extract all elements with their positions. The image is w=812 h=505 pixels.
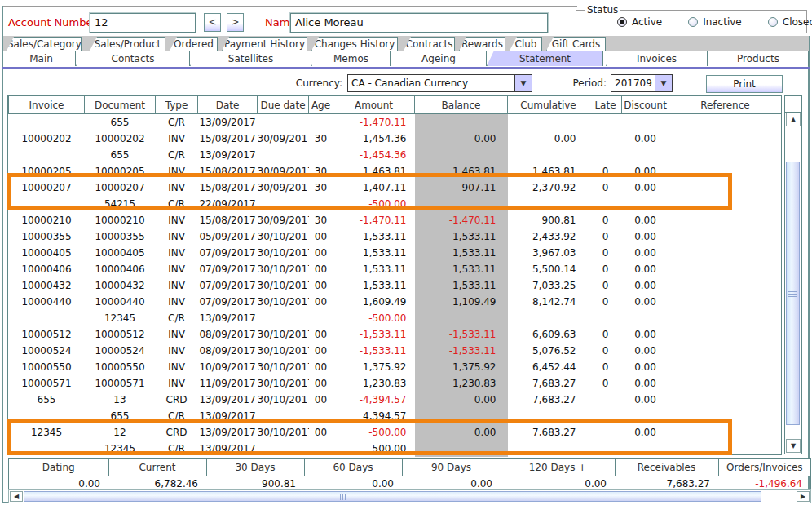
column-header-document[interactable]: Document <box>85 96 156 114</box>
currency-label: Currency: <box>289 78 342 89</box>
scroll-left-button[interactable]: ◀ <box>10 491 23 502</box>
cell-type: C/R <box>156 147 198 163</box>
cell-document: 12 <box>85 424 156 441</box>
period-select[interactable]: 201709 ▼ <box>611 74 673 92</box>
column-header-invoice[interactable]: Invoice <box>9 96 85 114</box>
tab-contracts[interactable]: Contracts <box>404 37 455 51</box>
column-header-type[interactable]: Type <box>156 96 198 114</box>
tab-changes-history[interactable]: Changes History <box>311 37 398 51</box>
table-row[interactable]: 12345C/R13/09/2017500.00 <box>9 441 782 457</box>
tab-gift-cards[interactable]: Gift Cards <box>546 37 606 51</box>
tab-invoices[interactable]: Invoices <box>606 51 708 66</box>
column-header-late[interactable]: Late <box>589 96 622 114</box>
table-row[interactable]: 1000021010000210INV15/08/201730/09/20173… <box>9 212 782 228</box>
table-row[interactable]: 655C/R13/09/2017-1,454.36 <box>9 147 782 163</box>
cell-invoice: 10000205 <box>9 163 85 179</box>
vertical-scrollbar[interactable]: ▲ ▼ <box>784 95 802 454</box>
tab-ageing[interactable]: Ageing <box>391 51 487 66</box>
status-radio-inactive[interactable]: Inactive <box>688 16 742 28</box>
cell-discount <box>622 196 669 212</box>
tab-products[interactable]: Products <box>708 51 809 66</box>
table-row[interactable]: 655C/R13/09/20174,394.57 <box>9 408 782 424</box>
table-row[interactable]: 655C/R13/09/2017-1,470.11 <box>9 114 782 131</box>
cell-invoice: 10000202 <box>9 131 85 147</box>
next-account-button[interactable]: > <box>227 13 244 32</box>
tab-memos[interactable]: Memos <box>311 51 391 66</box>
radio-button-icon[interactable] <box>617 17 627 27</box>
table-row[interactable]: 1000020710000207INV15/08/201730/09/20173… <box>9 179 782 196</box>
horizontal-scrollbar[interactable]: ◀ ▶ <box>8 489 811 503</box>
table-row[interactable]: 65513CRD13/09/201730/10/201700-4,394.570… <box>9 392 782 408</box>
tab-statement[interactable]: Statement <box>487 51 603 66</box>
cell-cumulative: 900.81 <box>508 212 589 228</box>
table-row[interactable]: 1000051210000512INV08/09/201730/10/20170… <box>9 326 782 343</box>
cell-amount: -1,470.11 <box>333 114 415 131</box>
column-header-date[interactable]: Date <box>198 96 258 114</box>
summary-header-30-days: 30 Days <box>206 459 304 476</box>
column-header-amount[interactable]: Amount <box>333 96 415 114</box>
currency-dropdown-arrow-icon[interactable]: ▼ <box>514 75 532 91</box>
table-row[interactable]: 1000052410000524INV08/09/201730/10/20170… <box>9 343 782 359</box>
tab-contacts[interactable]: Contacts <box>76 51 190 66</box>
cell-late: 0 <box>589 375 622 392</box>
table-row[interactable]: 1000040510000405INV07/09/201730/10/20170… <box>9 245 782 261</box>
tab-sales-product[interactable]: Sales/Product <box>90 37 165 51</box>
period-dropdown-arrow-icon[interactable]: ▼ <box>655 75 672 91</box>
column-header-cumulative[interactable]: Cumulative <box>508 96 589 114</box>
currency-select[interactable]: CA - Canadian Currency ▼ <box>347 74 532 92</box>
cell-invoice: 12345 <box>9 424 85 441</box>
table-row[interactable]: 1000040610000406INV07/09/201730/10/20170… <box>9 261 782 277</box>
column-header-discount[interactable]: Discount <box>622 96 669 114</box>
table-row[interactable]: 1000020510000205INV15/08/201730/09/20173… <box>9 163 782 179</box>
tab-satellites[interactable]: Satellites <box>190 51 311 66</box>
tab-payment-history[interactable]: Payment History <box>222 37 307 51</box>
cell-discount: 0.00 <box>622 375 669 392</box>
cell-document: 10000205 <box>85 163 156 179</box>
scroll-down-button[interactable]: ▼ <box>786 439 801 453</box>
cell-cumulative: 6,452.44 <box>508 359 589 375</box>
table-row[interactable]: 1000055010000550INV10/09/201730/10/20170… <box>9 359 782 375</box>
cell-document: 10000524 <box>85 343 156 359</box>
cell-due-date: 30/10/2017 <box>258 228 309 245</box>
table-row[interactable]: 12345C/R13/09/2017-500.00 <box>9 310 782 326</box>
tab-ordered[interactable]: Ordered <box>170 37 218 51</box>
horizontal-scrollbar-thumb[interactable] <box>24 491 761 502</box>
cell-document: 10000210 <box>85 212 156 228</box>
column-header-due-date[interactable]: Due date <box>258 96 309 114</box>
cell-due-date: 30/09/2017 <box>258 131 309 147</box>
status-radio-active[interactable]: Active <box>617 16 662 28</box>
scroll-right-button[interactable]: ▶ <box>797 491 810 502</box>
table-row[interactable]: 1000057110000571INV11/09/201730/10/20170… <box>9 375 782 392</box>
radio-button-icon[interactable] <box>768 17 778 27</box>
summary-header-90-days: 90 Days <box>402 459 501 476</box>
column-header-age[interactable]: Age <box>309 96 333 114</box>
column-header-balance[interactable]: Balance <box>415 96 508 114</box>
cell-document: 12345 <box>85 310 156 326</box>
scroll-up-button[interactable]: ▲ <box>786 113 801 126</box>
radio-button-icon[interactable] <box>688 17 698 27</box>
cell-age <box>309 114 333 131</box>
cell-invoice: 10000512 <box>9 326 85 343</box>
table-row[interactable]: 1000044010000440INV07/09/201730/10/20170… <box>9 294 782 310</box>
cell-discount: 0.00 <box>622 131 669 147</box>
cell-age: 30 <box>309 212 333 228</box>
table-row[interactable]: 54215C/R22/09/2017-500.00 <box>9 196 782 212</box>
column-header-reference[interactable]: Reference <box>669 96 782 114</box>
cell-cumulative <box>508 310 589 326</box>
status-radio-closed[interactable]: Closed <box>768 16 812 28</box>
account-number-input[interactable]: 12 <box>90 13 196 33</box>
tab-rewards[interactable]: Rewards <box>459 37 505 51</box>
vertical-scrollbar-thumb[interactable] <box>786 162 800 425</box>
cell-type: INV <box>156 277 198 294</box>
previous-account-button[interactable]: < <box>204 13 221 32</box>
cell-cumulative: 6,609.63 <box>508 326 589 343</box>
table-row[interactable]: 1234512CRD13/09/201730/10/201700-500.000… <box>9 424 782 441</box>
tab-main[interactable]: Main <box>7 51 76 66</box>
tab-sales-category[interactable]: Sales/Category <box>7 37 82 51</box>
table-row[interactable]: 1000035510000355INV05/09/201730/10/20170… <box>9 228 782 245</box>
name-input[interactable]: Alice Moreau <box>290 13 548 33</box>
print-button[interactable]: Print <box>706 75 783 93</box>
table-row[interactable]: 1000020210000202INV15/08/201730/09/20173… <box>9 131 782 147</box>
cell-discount: 0.00 <box>622 228 669 245</box>
table-row[interactable]: 1000043210000432INV07/09/201730/10/20170… <box>9 277 782 294</box>
